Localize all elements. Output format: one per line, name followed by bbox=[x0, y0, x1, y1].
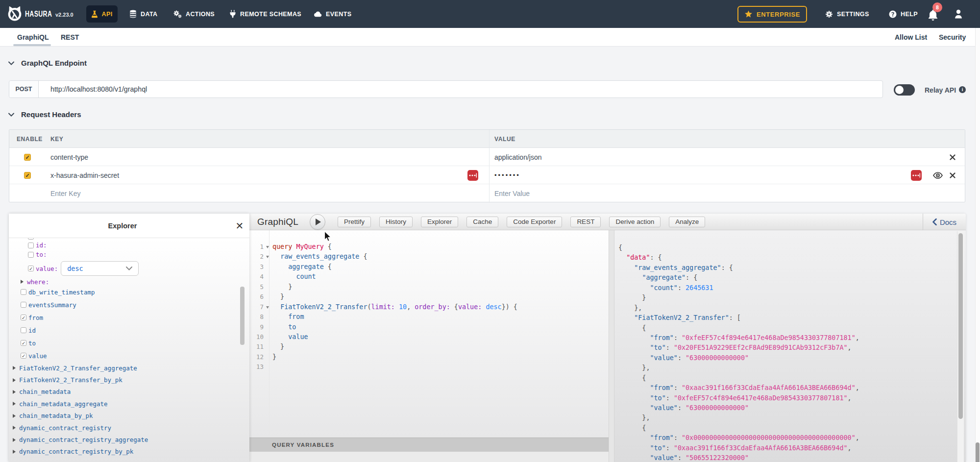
explorer-item-chain_metadata_aggregate[interactable]: chain_metadata_aggregate bbox=[9, 398, 249, 410]
remove-header-icon[interactable] bbox=[949, 171, 956, 179]
explorer-item-where[interactable]: where: bbox=[9, 278, 249, 286]
expand-arrow-icon[interactable] bbox=[13, 390, 16, 394]
expand-arrow-icon[interactable] bbox=[13, 426, 16, 430]
expand-arrow-icon[interactable] bbox=[13, 414, 16, 418]
endpoint-section-header[interactable]: GraphQL Endpoint bbox=[8, 59, 87, 67]
explorer-item-value[interactable]: ✓value bbox=[9, 349, 249, 362]
close-explorer-icon[interactable]: ✕ bbox=[234, 220, 245, 232]
explorer-item-db_write_timestamp[interactable]: db_write_timestamp bbox=[9, 286, 249, 298]
new-header-key-input[interactable]: Enter Key bbox=[50, 184, 80, 202]
explorer-checkbox[interactable]: ✓ bbox=[28, 266, 34, 271]
help-label: HELP bbox=[901, 11, 918, 18]
code-token: , bbox=[856, 434, 859, 441]
code-token: count bbox=[296, 273, 316, 280]
hasura-logo-icon[interactable] bbox=[7, 5, 23, 22]
expand-arrow-icon[interactable] bbox=[13, 378, 16, 382]
order-by-select[interactable]: desc bbox=[61, 261, 139, 276]
page-scrollbar-thumb[interactable] bbox=[976, 442, 980, 462]
brand-name[interactable]: HASURA bbox=[25, 9, 52, 19]
toolbar-button-prettify[interactable]: Prettify bbox=[338, 217, 371, 227]
header-enabled-checkbox[interactable]: ✓ bbox=[24, 154, 31, 161]
play-icon bbox=[316, 219, 321, 225]
explorer-item-from[interactable]: ✓from bbox=[9, 311, 249, 324]
tab-allow-list[interactable]: Allow List bbox=[895, 28, 927, 47]
endpoint-url-input[interactable]: http://localhost:8080/v1/graphql bbox=[39, 81, 882, 97]
toolbar-button-derive-action[interactable]: Derive action bbox=[609, 217, 661, 227]
explorer-checkbox[interactable]: ✓ bbox=[21, 315, 26, 320]
notifications-button[interactable]: 8 bbox=[927, 6, 945, 24]
relay-toggle[interactable] bbox=[894, 84, 915, 96]
code-token: "0xfeEF57c4f894e6417e468aDe9854330377807… bbox=[682, 334, 856, 341]
explorer-item-FiatTokenV2_2_Transfer_aggregate[interactable]: FiatTokenV2_2_Transfer_aggregate bbox=[9, 362, 249, 374]
tab-rest[interactable]: REST bbox=[61, 28, 79, 47]
reveal-value-eye-icon[interactable] bbox=[933, 172, 943, 179]
code-token: order_by: bbox=[415, 303, 450, 311]
explorer-item-id[interactable]: id: bbox=[9, 241, 249, 250]
result-scrollbar-thumb[interactable] bbox=[958, 233, 963, 419]
toolbar-button-explorer[interactable]: Explorer bbox=[421, 217, 458, 227]
info-icon[interactable]: i bbox=[959, 86, 966, 93]
explorer-item-id[interactable]: id bbox=[9, 324, 249, 337]
nav-item-data[interactable]: DATA bbox=[129, 0, 157, 28]
password-manager-icon[interactable] bbox=[911, 170, 922, 181]
explorer-item-dynamic_contract_registry_aggregate[interactable]: dynamic_contract_registry_aggregate bbox=[9, 434, 249, 445]
header-key-input[interactable]: content-type bbox=[50, 148, 88, 166]
code-line: "FiatTokenV2_2_Transfer": [ bbox=[618, 313, 859, 323]
explorer-item-dynamic_contract_registry_by_pk[interactable]: dynamic_contract_registry_by_pk bbox=[9, 446, 249, 458]
query-editor[interactable]: 12345678910111213 query MyQuery { raw_ev… bbox=[249, 230, 609, 438]
explorer-item-to[interactable]: to: bbox=[9, 250, 249, 259]
explorer-item-dynamic_contract_registry[interactable]: dynamic_contract_registry bbox=[9, 422, 249, 434]
tab-security[interactable]: Security bbox=[939, 28, 966, 47]
explorer-checkbox[interactable] bbox=[21, 327, 26, 333]
explorer-item-FiatTokenV2_2_Transfer_by_pk[interactable]: FiatTokenV2_2_Transfer_by_pk bbox=[9, 374, 249, 386]
explorer-checkbox[interactable] bbox=[28, 252, 34, 258]
explorer-item-chain_metadata_by_pk[interactable]: chain_metadata_by_pk bbox=[9, 410, 249, 422]
header-value-input-masked[interactable]: ••••••• bbox=[494, 166, 520, 184]
query-variables-editor[interactable] bbox=[249, 452, 609, 462]
code-token: "50655122320000" bbox=[686, 454, 749, 462]
explorer-item-value[interactable]: ✓value:desc bbox=[9, 259, 249, 278]
toolbar-button-rest[interactable]: REST bbox=[570, 217, 601, 227]
version-label[interactable]: v2.23.0 bbox=[55, 12, 74, 18]
chevron-down-icon bbox=[8, 61, 14, 65]
header-enabled-checkbox[interactable]: ✓ bbox=[24, 172, 31, 179]
nav-item-events[interactable]: EVENTS bbox=[314, 0, 351, 28]
expand-arrow-icon[interactable] bbox=[13, 366, 16, 370]
explorer-checkbox[interactable] bbox=[28, 243, 34, 248]
explorer-checkbox[interactable] bbox=[21, 289, 26, 295]
expand-arrow-icon[interactable] bbox=[13, 438, 16, 442]
enterprise-button[interactable]: ENTERPRISE bbox=[737, 6, 807, 23]
code-line: "from": "0xaac391f166f33CdaEfaa4AfA6616A… bbox=[618, 383, 859, 393]
password-manager-icon[interactable] bbox=[467, 170, 478, 181]
toolbar-button-code-exporter[interactable]: Code Exporter bbox=[507, 217, 562, 227]
new-header-value-input[interactable]: Enter Value bbox=[494, 184, 530, 202]
expand-arrow-icon[interactable] bbox=[21, 280, 24, 284]
settings-button[interactable]: SETTINGS bbox=[825, 0, 869, 28]
nav-item-api[interactable]: API bbox=[86, 5, 118, 23]
nav-item-remote-schemas[interactable]: REMOTE SCHEMAS bbox=[229, 0, 301, 28]
explorer-item-to[interactable]: ✓to bbox=[9, 337, 249, 349]
remove-header-icon[interactable] bbox=[949, 153, 956, 161]
docs-button[interactable]: Docs bbox=[923, 214, 966, 230]
explorer-checkbox[interactable]: ✓ bbox=[21, 340, 26, 346]
header-key-input[interactable]: x-hasura-admin-secret bbox=[50, 166, 119, 184]
user-button[interactable] bbox=[954, 0, 963, 28]
headers-section-header[interactable]: Request Headers bbox=[8, 110, 81, 119]
execute-query-button[interactable] bbox=[310, 214, 325, 230]
expand-arrow-icon[interactable] bbox=[13, 450, 16, 454]
toolbar-button-analyze[interactable]: Analyze bbox=[669, 217, 705, 227]
toolbar-button-cache[interactable]: Cache bbox=[466, 217, 498, 227]
explorer-scrollbar-thumb[interactable] bbox=[240, 287, 245, 345]
nav-item-actions[interactable]: ACTIONS bbox=[173, 0, 215, 28]
explorer-item-chain_metadata[interactable]: chain_metadata bbox=[9, 386, 249, 398]
expand-arrow-icon[interactable] bbox=[13, 402, 16, 406]
help-button[interactable]: HELP bbox=[889, 0, 918, 28]
toolbar-button-history[interactable]: History bbox=[379, 217, 413, 227]
header-value-input[interactable]: application/json bbox=[494, 148, 542, 166]
explorer-item-eventsSummary[interactable]: eventsSummary bbox=[9, 298, 249, 311]
query-variables-bar[interactable]: QUERY VARIABLES bbox=[249, 438, 609, 452]
editor-result-divider[interactable] bbox=[609, 230, 614, 462]
explorer-checkbox[interactable] bbox=[21, 302, 26, 308]
request-headers-table: ENABLE KEY VALUE ✓ content-type applicat… bbox=[9, 129, 965, 202]
explorer-checkbox[interactable]: ✓ bbox=[21, 353, 26, 359]
